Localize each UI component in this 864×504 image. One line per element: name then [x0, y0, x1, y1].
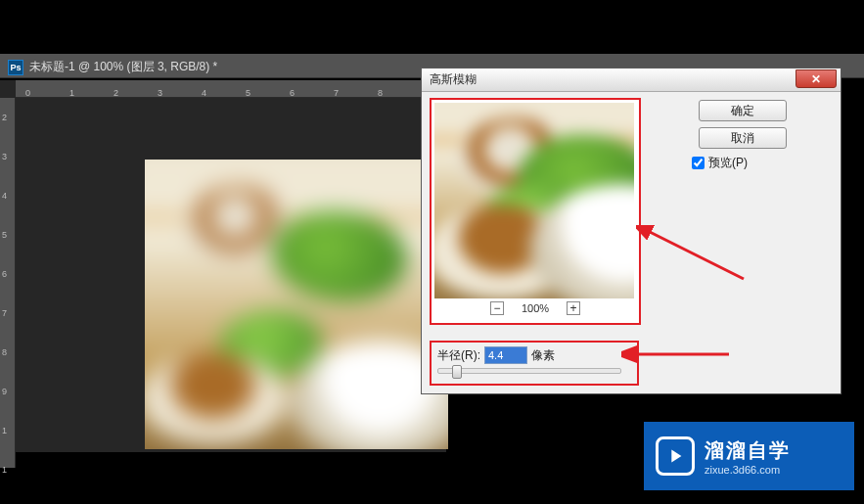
preview-checkbox[interactable] [692, 157, 705, 169]
ruler-vertical: 2 3 4 5 6 7 8 9 1 1 [0, 98, 16, 468]
ruler-tick: 3 [2, 152, 7, 161]
radius-label: 半径(R): [437, 347, 480, 364]
ruler-tick: 5 [2, 230, 7, 240]
watermark-badge: 溜溜自学 zixue.3d66.com [644, 422, 854, 490]
preview-checkbox-row[interactable]: 预览(P) [692, 155, 831, 171]
play-icon [656, 436, 695, 476]
minus-icon: − [493, 302, 500, 314]
ruler-tick: 4 [202, 88, 206, 98]
ruler-tick: 8 [2, 347, 7, 357]
ruler-tick: 2 [114, 88, 118, 98]
radius-input[interactable] [484, 346, 527, 364]
zoom-out-button[interactable]: − [490, 301, 504, 315]
ok-button[interactable]: 确定 [699, 100, 787, 121]
document-tab[interactable]: Ps 未标题-1 @ 100% (图层 3, RGB/8) * [8, 59, 217, 75]
ruler-horizontal: 0 1 2 3 4 5 6 7 8 9 [16, 80, 446, 98]
radius-slider[interactable] [437, 368, 621, 374]
canvas-image [145, 160, 448, 449]
ps-app-icon: Ps [8, 60, 23, 75]
ruler-tick: 2 [2, 113, 7, 122]
cancel-button[interactable]: 取消 [699, 127, 787, 149]
radius-unit: 像素 [531, 347, 555, 364]
zoom-level: 100% [522, 302, 549, 314]
ruler-tick: 1 [2, 426, 7, 435]
dialog-title: 高斯模糊 [430, 71, 477, 88]
ruler-tick: 4 [2, 191, 7, 201]
radius-group: 半径(R): 像素 [430, 341, 639, 386]
ruler-tick: 1 [69, 88, 74, 98]
ruler-tick: 6 [2, 269, 7, 279]
preview-image[interactable] [434, 103, 634, 298]
watermark-url: zixue.3d66.com [705, 464, 791, 476]
ruler-tick: 7 [2, 308, 7, 318]
preview-area: − 100% + [430, 98, 641, 325]
slider-thumb[interactable] [452, 365, 462, 379]
dialog-titlebar[interactable]: 高斯模糊 ✕ [422, 69, 841, 92]
ruler-tick: 5 [246, 88, 250, 98]
blurred-food-image [145, 160, 448, 449]
zoom-in-button[interactable]: + [567, 301, 580, 315]
preview-checkbox-label: 预览(P) [708, 155, 748, 171]
ruler-tick: 6 [290, 88, 295, 98]
ruler-tick: 7 [334, 88, 339, 98]
ruler-tick: 0 [25, 88, 30, 98]
ruler-tick: 1 [2, 465, 7, 475]
ruler-tick: 9 [2, 387, 7, 396]
plus-icon: + [570, 302, 577, 314]
watermark-title: 溜溜自学 [705, 437, 791, 464]
ruler-tick: 3 [158, 88, 162, 98]
document-title: 未标题-1 @ 100% (图层 3, RGB/8) * [29, 59, 217, 75]
dialog-close-button[interactable]: ✕ [796, 69, 837, 88]
gaussian-blur-dialog: 高斯模糊 ✕ [421, 68, 841, 394]
close-icon: ✕ [811, 72, 821, 86]
ruler-tick: 8 [378, 88, 383, 98]
